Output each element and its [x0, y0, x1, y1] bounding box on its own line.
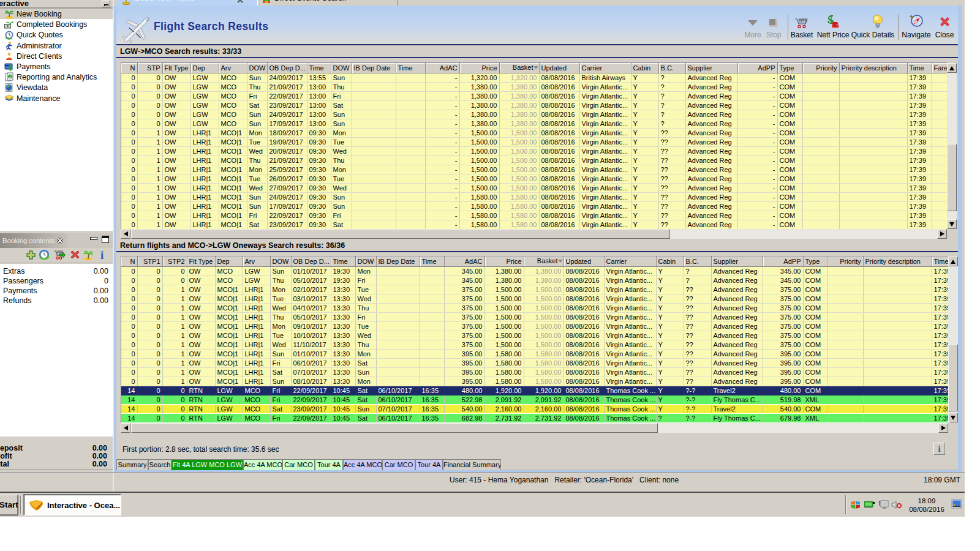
svg-text:$: $ — [9, 64, 13, 72]
